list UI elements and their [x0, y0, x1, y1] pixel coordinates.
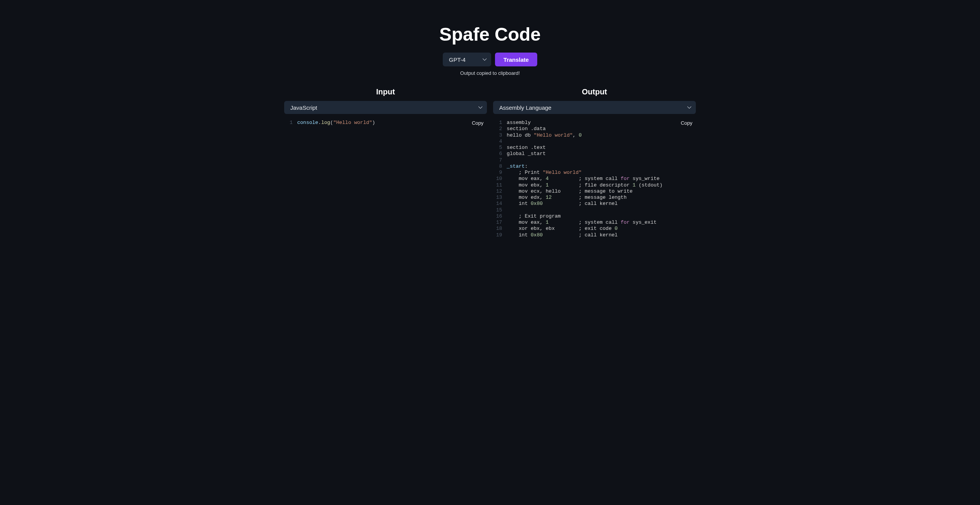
input-code-area[interactable]: 1 console.log("Hello world") [284, 117, 487, 126]
code-token: hello db [507, 132, 534, 138]
code-token: ; [519, 170, 522, 175]
line-number: 8 [496, 163, 502, 170]
line-number: 2 [496, 126, 502, 132]
code-token [549, 182, 579, 188]
code-token: ( [330, 120, 333, 125]
code-token: 0 [615, 226, 618, 231]
code-line: console.log("Hello world") [297, 120, 468, 126]
code-token: file descriptor [582, 182, 633, 188]
code-token: 1 [546, 219, 549, 225]
output-gutter: 12345678910111213141516171819 [493, 120, 507, 238]
output-language-select[interactable]: Assembly Language [493, 101, 696, 114]
code-token: system call [582, 176, 621, 182]
code-token [636, 182, 639, 188]
input-panel: Input JavaScript Copy 1 console.log("Hel… [284, 87, 487, 288]
code-token: : [525, 163, 528, 169]
code-token: ( [639, 182, 642, 188]
code-token: _start [507, 163, 525, 169]
code-token [543, 195, 546, 200]
code-line [507, 139, 677, 145]
code-line: mov eax, 4 ; system call for sys_write [507, 176, 677, 182]
line-number: 1 [496, 120, 502, 126]
code-token [576, 132, 579, 138]
code-token [543, 176, 546, 182]
code-token [549, 219, 579, 225]
code-token: Exit program [522, 213, 561, 219]
code-line: int 0x80 ; call kernel [507, 232, 677, 238]
code-line: hello db "Hello world", 0 [507, 132, 677, 139]
code-line: assembly [507, 120, 677, 126]
code-token: console [297, 120, 318, 125]
code-line: global _start [507, 151, 677, 157]
code-token: section .data [507, 126, 546, 132]
code-token: 0x80 [531, 232, 543, 238]
model-select[interactable]: GPT-4 [443, 53, 491, 66]
code-token: ; [579, 226, 582, 231]
status-text: Output copied to clipboard! [198, 70, 782, 76]
input-language-select-wrap: JavaScript [284, 101, 487, 114]
input-title: Input [284, 87, 487, 96]
code-token: mov ecx [507, 188, 540, 194]
code-line: mov eax, 1 ; system call for sys_exit [507, 219, 677, 226]
code-token: ; [579, 201, 582, 206]
code-token: ; [579, 182, 582, 188]
input-language-select[interactable]: JavaScript [284, 101, 487, 114]
code-token: hello [543, 188, 579, 194]
code-token: "Hello world" [333, 120, 372, 125]
code-token: sys_exit [630, 219, 657, 225]
line-number: 10 [496, 176, 502, 182]
code-line: int 0x80 ; call kernel [507, 201, 677, 207]
code-token: system call [582, 219, 621, 225]
code-token [543, 201, 579, 206]
code-token: ; [579, 195, 582, 200]
code-token: message length [582, 195, 627, 200]
output-language-select-wrap: Assembly Language [493, 101, 696, 114]
line-number: 9 [496, 170, 502, 176]
code-token: 12 [546, 195, 552, 200]
output-copy-button[interactable]: Copy [681, 120, 692, 126]
line-number: 5 [496, 145, 502, 151]
code-line: mov ebx, 1 ; file descriptor 1 (stdout) [507, 182, 677, 188]
code-token: call kernel [582, 232, 618, 238]
output-code-area[interactable]: 12345678910111213141516171819 assemblyse… [493, 117, 696, 238]
code-line [507, 157, 677, 163]
output-code-box: Copy 12345678910111213141516171819 assem… [493, 117, 696, 288]
code-token: 4 [546, 176, 549, 182]
input-gutter: 1 [284, 120, 297, 126]
code-line: ; Print "Hello world" [507, 170, 677, 176]
code-token: mov eax [507, 176, 540, 182]
code-token: 0 [579, 132, 582, 138]
code-token [552, 195, 579, 200]
code-token: mov edx [507, 195, 540, 200]
line-number: 1 [287, 120, 293, 126]
code-token: xor ebx [507, 226, 540, 231]
output-code[interactable]: assemblysection .datahello db "Hello wor… [507, 120, 696, 238]
code-line: mov edx, 12 ; message length [507, 195, 677, 201]
line-number: 6 [496, 151, 502, 157]
output-title: Output [493, 87, 696, 96]
translate-button[interactable]: Translate [495, 53, 537, 66]
line-number: 18 [496, 226, 502, 232]
input-copy-button[interactable]: Copy [472, 120, 483, 126]
line-number: 4 [496, 139, 502, 145]
line-number: 12 [496, 188, 502, 195]
line-number: 13 [496, 195, 502, 201]
line-number: 15 [496, 207, 502, 213]
input-code[interactable]: console.log("Hello world") [297, 120, 487, 126]
code-token: int [507, 232, 531, 238]
code-token: ) [372, 120, 375, 125]
line-number: 14 [496, 201, 502, 207]
code-token: int [507, 201, 531, 206]
code-token [543, 232, 579, 238]
code-token: ) [660, 182, 663, 188]
code-token: log [321, 120, 330, 125]
code-token: for [621, 176, 629, 182]
code-token: section .text [507, 145, 546, 150]
code-token [507, 213, 519, 219]
code-token: exit code [582, 226, 615, 231]
code-line: mov ecx, hello ; message to write [507, 188, 677, 195]
code-token: "Hello world" [543, 170, 581, 175]
line-number: 16 [496, 213, 502, 219]
code-token [549, 176, 579, 182]
line-number: 17 [496, 219, 502, 226]
